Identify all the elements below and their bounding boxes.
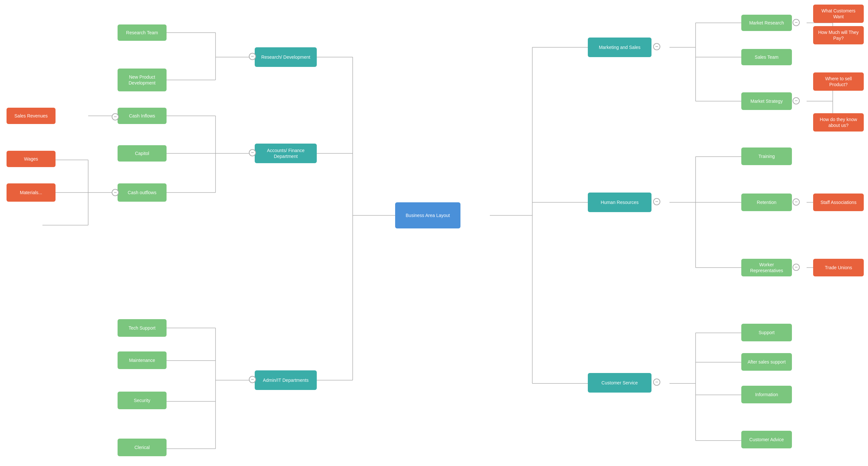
accounts-collapse[interactable]: − <box>249 149 256 156</box>
what-customers-want-node[interactable]: What Customers Want <box>813 5 864 23</box>
market-strategy-collapse[interactable]: − <box>793 97 800 104</box>
human-resources-node[interactable]: Human Resources <box>588 193 651 212</box>
staff-associations-node[interactable]: Staff Associations <box>813 194 864 211</box>
marketing-sales-node[interactable]: Marketing and Sales <box>588 37 651 57</box>
materials-node[interactable]: Materials... <box>6 184 56 202</box>
sales-team-node[interactable]: Sales Team <box>741 49 792 65</box>
admin-it-collapse[interactable]: − <box>249 376 256 383</box>
cash-inflows-node[interactable]: Cash Inflows <box>118 108 166 124</box>
cash-outflows-collapse[interactable]: − <box>112 189 119 196</box>
trade-unions-node[interactable]: Trade Unions <box>813 259 864 276</box>
market-research-node[interactable]: Market Research <box>741 15 792 31</box>
wages-node[interactable]: Wages <box>6 151 56 167</box>
accounts-node[interactable]: Accounts/ Finance Department <box>255 143 317 163</box>
after-sales-node[interactable]: After sales support <box>741 353 792 371</box>
research-team-node[interactable]: Research Team <box>118 25 166 41</box>
security-node[interactable]: Security <box>118 392 166 409</box>
market-strategy-node[interactable]: Market Strategy <box>741 92 792 110</box>
maintenance-node[interactable]: Maintenance <box>118 352 166 369</box>
where-to-sell-node[interactable]: Where to sell Product? <box>813 72 864 91</box>
marketing-sales-collapse[interactable]: − <box>653 43 660 50</box>
admin-it-node[interactable]: Admin/IT Departments <box>255 370 317 390</box>
market-research-collapse[interactable]: − <box>793 19 800 26</box>
retention-collapse[interactable]: − <box>793 198 800 206</box>
customer-service-node[interactable]: Customer Service <box>588 373 651 393</box>
center-node[interactable]: Business Area Layout <box>395 202 461 228</box>
cash-inflows-collapse[interactable]: − <box>112 113 119 121</box>
how-do-they-know-node[interactable]: How do they know about us? <box>813 113 864 132</box>
customer-service-collapse[interactable]: − <box>653 378 660 386</box>
research-dev-node[interactable]: Research/ Development <box>255 47 317 67</box>
diagram: Business Area Layout Research/ Developme… <box>0 0 868 466</box>
clerical-node[interactable]: Clerical <box>118 439 166 456</box>
tech-support-node[interactable]: Tech Support <box>118 319 166 337</box>
sales-revenues-node[interactable]: Sales Revenues <box>6 108 56 124</box>
training-node[interactable]: Training <box>741 147 792 165</box>
information-node[interactable]: Information <box>741 386 792 403</box>
worker-reps-collapse[interactable]: − <box>793 264 800 271</box>
new-product-node[interactable]: New Product Development <box>118 69 166 91</box>
worker-reps-node[interactable]: Worker Representatives <box>741 259 792 276</box>
retention-node[interactable]: Retention <box>741 194 792 211</box>
customer-advice-node[interactable]: Customer Advice <box>741 431 792 448</box>
cash-outflows-node[interactable]: Cash outflows <box>118 184 166 202</box>
capitol-node[interactable]: Capitol <box>118 145 166 162</box>
support-node[interactable]: Support <box>741 324 792 341</box>
research-dev-collapse[interactable]: − <box>249 53 256 60</box>
how-much-node[interactable]: How Much will They Pay? <box>813 26 864 44</box>
human-resources-collapse[interactable]: − <box>653 198 660 205</box>
